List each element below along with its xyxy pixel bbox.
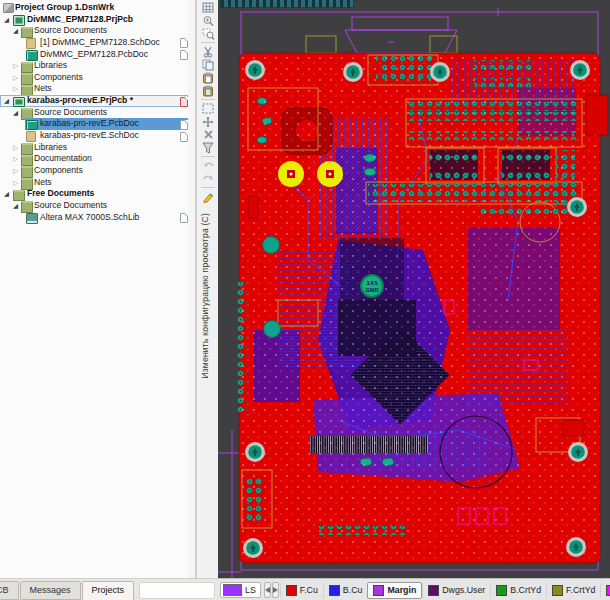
tree-item-divmmc-pcbdoc[interactable]: DivMMC_EPM7128.PcbDoc	[0, 49, 188, 61]
tree-item-source-documents[interactable]: ◢ Source Documents	[0, 107, 188, 119]
grid-icon[interactable]	[200, 1, 216, 14]
tree-item-divmmc-schdoc[interactable]: [1] DivMMC_EPM7128.SchDoc	[0, 37, 188, 49]
filter-icon[interactable]	[200, 141, 216, 154]
zoom-area-icon[interactable]	[200, 27, 216, 40]
layer-tab-bar: LS F.Cu B.Cu Margin Dwgs.User B.CrtYd F.…	[218, 578, 610, 600]
layer-set-swatch	[223, 584, 242, 596]
document-state-icon	[180, 120, 188, 130]
expanded-arrow-icon[interactable]: ◢	[13, 25, 18, 37]
pcb-drawing: 145 GND	[218, 0, 610, 578]
collapsed-arrow-icon[interactable]: ▷	[13, 165, 18, 177]
tree-item-components[interactable]: ▷ Components	[0, 165, 188, 177]
layer-tab-bfab[interactable]: B.Fab	[600, 583, 610, 598]
collapsed-arrow-icon[interactable]: ▷	[13, 72, 18, 84]
pcb-doc-icon	[26, 120, 38, 131]
layer-tab-dwgs-user[interactable]: Dwgs.User	[422, 583, 490, 598]
editor-toolbar: Изменить конфигурацию просмотра (C)	[196, 0, 220, 578]
project-tree: Project Group 1.DsnWrk ◢ DivMMC_EPM7128.…	[0, 0, 188, 223]
highlight-icon[interactable]	[200, 190, 216, 203]
layer-tab-fcrtyd[interactable]: F.CrtYd	[546, 583, 600, 598]
collapsed-arrow-icon[interactable]: ▷	[13, 83, 18, 95]
next-layer-arrow-icon[interactable]	[272, 582, 279, 598]
clipped-editor-tab[interactable]	[220, 0, 354, 8]
cut-icon[interactable]	[200, 45, 216, 58]
layer-color-swatch	[329, 585, 340, 596]
tree-item-altera-schlib[interactable]: Altera MAX 7000S.SchLib	[0, 212, 188, 224]
pcb-project-icon	[13, 15, 25, 26]
tree-item-documentation[interactable]: ▷ Documentation	[0, 153, 188, 165]
tree-item-source-documents[interactable]: ◢ Source Documents	[0, 200, 188, 212]
modified-state-icon	[180, 97, 188, 107]
tree-item-free-documents[interactable]: ◢ Free Documents	[0, 188, 188, 200]
gnd-via-label: 145 GND	[361, 275, 383, 297]
panel-tab-bar-filler	[139, 582, 215, 599]
layer-color-swatch	[428, 585, 439, 596]
collapsed-arrow-icon[interactable]: ▷	[13, 153, 18, 165]
tree-item-nets[interactable]: ▷ Nets	[0, 83, 188, 95]
projects-panel: Project Group 1.DsnWrk ◢ DivMMC_EPM7128.…	[0, 0, 189, 578]
document-state-icon	[180, 213, 188, 223]
expanded-arrow-icon[interactable]: ◢	[4, 14, 9, 26]
layer-tab-bcrtyd[interactable]: B.CrtYd	[490, 583, 546, 598]
tree-item-karabas-schdoc[interactable]: karabas-pro-revE.SchDoc	[0, 130, 188, 142]
expanded-arrow-icon[interactable]: ◢	[4, 95, 9, 107]
collapsed-arrow-icon[interactable]: ▷	[13, 142, 18, 154]
document-state-icon	[180, 38, 188, 48]
layer-color-swatch	[286, 585, 297, 596]
battery-holder-outline	[440, 416, 512, 488]
layer-color-swatch	[552, 585, 563, 596]
collapsed-arrow-icon[interactable]: ▷	[13, 60, 18, 72]
tree-item-libraries[interactable]: ▷ Libraries	[0, 142, 188, 154]
panel-tab-bar: CB Messages Projects	[0, 578, 218, 600]
view-config-vertical-label[interactable]: Изменить конфигурацию просмотра (C)	[200, 213, 210, 379]
select-area-icon[interactable]	[200, 102, 216, 115]
tree-item-project-divmmc[interactable]: ◢ DivMMC_EPM7128.PrjPcb	[0, 14, 188, 26]
panel-scrollbar[interactable]	[188, 0, 196, 578]
schematic-library-icon	[26, 213, 38, 224]
expanded-arrow-icon[interactable]: ◢	[13, 107, 18, 119]
collapsed-arrow-icon[interactable]: ▷	[13, 177, 18, 189]
move-icon[interactable]	[200, 115, 216, 128]
tree-item-libraries[interactable]: ▷ Libraries	[0, 60, 188, 72]
tree-item-design-workspace[interactable]: Project Group 1.DsnWrk	[0, 2, 188, 14]
expanded-arrow-icon[interactable]: ◢	[13, 200, 18, 212]
pcb-doc-icon	[26, 50, 38, 61]
toolbar-separator	[201, 187, 215, 188]
prev-layer-arrow-icon[interactable]	[264, 582, 271, 598]
document-state-icon	[180, 132, 188, 142]
paste-special-icon[interactable]	[200, 84, 216, 97]
layer-set-label: LS	[245, 585, 256, 595]
via-field	[239, 53, 600, 563]
toolbar-separator	[201, 99, 215, 100]
tree-item-source-documents[interactable]: ◢ Source Documents	[0, 25, 188, 37]
tree-item-karabas-pcbdoc[interactable]: karabas-pro-revE.PcbDoc	[0, 118, 188, 130]
toolbar-separator	[201, 156, 215, 157]
layer-tab-margin[interactable]: Margin	[367, 582, 422, 599]
layer-set-selector[interactable]: LS	[220, 582, 261, 598]
layer-tab-bcu[interactable]: B.Cu	[323, 583, 368, 598]
pcb-project-icon	[13, 97, 25, 108]
tab-projects[interactable]: Projects	[82, 581, 135, 600]
tree-item-project-karabas[interactable]: ◢ karabas-pro-revE.PrjPcb *	[0, 95, 188, 107]
layer-color-swatch	[496, 585, 507, 596]
tab-pcb[interactable]: CB	[0, 581, 19, 600]
tree-item-components[interactable]: ▷ Components	[0, 72, 188, 84]
svg-text:GND: GND	[365, 287, 379, 293]
copy-icon[interactable]	[200, 58, 216, 71]
svg-text:145: 145	[366, 280, 378, 286]
workspace-icon	[3, 3, 14, 13]
tree-item-nets[interactable]: ▷ Nets	[0, 177, 188, 189]
tab-messages[interactable]: Messages	[20, 581, 81, 600]
undo-icon[interactable]	[200, 159, 216, 172]
toolbar-separator	[201, 42, 215, 43]
paste-icon[interactable]	[200, 71, 216, 84]
layer-tab-fcu[interactable]: F.Cu	[280, 583, 323, 598]
layer-color-swatch	[606, 585, 610, 596]
document-state-icon	[180, 50, 188, 60]
expanded-arrow-icon[interactable]: ◢	[4, 188, 9, 200]
redo-icon[interactable]	[200, 172, 216, 185]
zoom-fit-icon[interactable]	[200, 14, 216, 27]
delete-icon[interactable]	[200, 128, 216, 141]
pcb-canvas[interactable]: 145 GND	[218, 0, 610, 578]
layer-color-swatch	[373, 585, 384, 596]
